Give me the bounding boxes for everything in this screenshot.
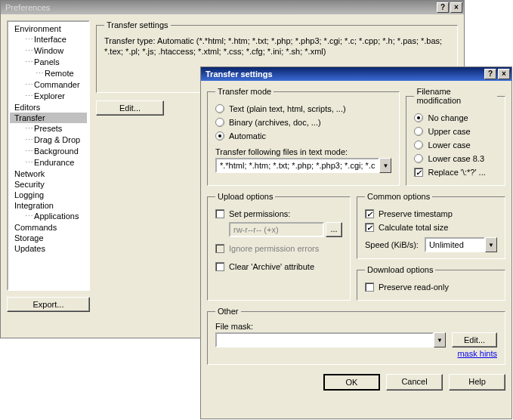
tree-background[interactable]: Background — [10, 146, 87, 157]
tree-presets[interactable]: Presets — [10, 123, 87, 134]
tree-updates[interactable]: Updates — [10, 243, 87, 254]
preferences-title: Preferences — [5, 3, 435, 12]
preferences-titlebar: Preferences ? × — [1, 1, 464, 14]
mode-automatic-radio[interactable]: Automatic — [215, 129, 391, 143]
dialog-titlebar: Transfer settings ? × — [201, 67, 511, 81]
cancel-button[interactable]: Cancel — [386, 374, 443, 391]
tree-commands[interactable]: Commands — [10, 222, 87, 233]
mask-hints-link[interactable]: mask hints — [457, 349, 497, 358]
export-button[interactable]: Export... — [7, 297, 90, 312]
transfer-mode-legend: Transfer mode — [215, 87, 273, 96]
mode-text-radio[interactable]: Text (plain text, html, scripts, ...) — [215, 102, 391, 116]
download-options-legend: Download options — [365, 265, 435, 274]
speed-input[interactable]: Unlimited — [425, 237, 485, 252]
tree-remote[interactable]: Remote — [10, 68, 87, 79]
transfer-type-text: Transfer type: Automatic (*.*html; *.htm… — [104, 36, 450, 57]
mask-label: File mask: — [215, 322, 497, 331]
filename-mod-group: Filename modification No change Upper ca… — [406, 87, 505, 186]
tree-explorer[interactable]: Explorer — [10, 91, 87, 102]
dialog-title: Transfer settings — [206, 69, 483, 79]
tree-dragdrop[interactable]: Drag & Drop — [10, 134, 87, 146]
chevron-down-icon[interactable]: ▼ — [379, 158, 391, 173]
help-icon[interactable]: ? — [484, 69, 496, 79]
tree-environment[interactable]: Environment — [10, 23, 87, 34]
filename-upper-radio[interactable]: Upper case — [414, 125, 497, 138]
follow-label: Transfer following files in text mode: — [215, 143, 391, 158]
tree-window[interactable]: Window — [10, 45, 87, 57]
speed-combo[interactable]: Unlimited ▼ — [425, 237, 497, 252]
tree-col: Environment Interface Window Panels Remo… — [7, 20, 90, 312]
right-col: Common options Preserve timestamp Calcul… — [357, 192, 505, 301]
upload-options-group: Upload options Set permissions: rw-r--r-… — [207, 192, 351, 301]
tree-storage[interactable]: Storage — [10, 233, 87, 243]
tree-network[interactable]: Network — [10, 168, 87, 179]
tree-editors[interactable]: Editors — [10, 102, 87, 113]
filename-mod-legend: Filename modification — [414, 87, 497, 105]
mask-input[interactable] — [215, 332, 434, 347]
tree-integration[interactable]: Integration — [10, 200, 87, 211]
permissions-input: rw-r--r-- (+x) — [229, 222, 324, 237]
follow-combo[interactable]: *.*html; *.htm; *.txt; *.php; *.php3; *.… — [215, 158, 391, 173]
calculate-size-check[interactable]: Calculate total size — [365, 221, 497, 234]
download-options-group: Download options Preserve read-only — [357, 265, 505, 301]
transfer-settings-legend: Transfer settings — [104, 20, 171, 29]
mask-edit-button[interactable]: Edit... — [452, 332, 497, 347]
filename-lower83-radio[interactable]: Lower case 8.3 — [414, 152, 497, 165]
set-permissions-check[interactable]: Set permissions: — [215, 207, 342, 221]
common-options-group: Common options Preserve timestamp Calcul… — [357, 192, 505, 259]
speed-label: Speed (KiB/s): — [365, 240, 419, 249]
transfer-mode-group: Transfer mode Text (plain text, html, sc… — [207, 87, 400, 186]
transfer-settings-dialog: Transfer settings ? × Transfer mode Text… — [200, 66, 512, 419]
chevron-down-icon[interactable]: ▼ — [485, 237, 497, 252]
close-icon[interactable]: × — [498, 69, 510, 79]
close-icon[interactable]: × — [450, 2, 462, 13]
nav-tree[interactable]: Environment Interface Window Panels Remo… — [7, 20, 90, 291]
chevron-down-icon[interactable]: ▼ — [434, 332, 446, 347]
common-options-legend: Common options — [365, 192, 432, 201]
filename-nochange-radio[interactable]: No change — [414, 111, 497, 125]
help-button[interactable]: Help — [449, 374, 505, 391]
edit-button[interactable]: Edit... — [96, 100, 164, 116]
permissions-button[interactable]: ... — [326, 222, 342, 237]
filename-replace-check[interactable]: Replace '\:*?' ... — [414, 165, 497, 179]
tree-applications[interactable]: Applications — [10, 211, 87, 222]
tree-commander[interactable]: Commander — [10, 79, 87, 91]
preserve-readonly-check[interactable]: Preserve read-only — [365, 280, 497, 294]
tree-security[interactable]: Security — [10, 179, 87, 190]
mask-combo[interactable]: ▼ — [215, 332, 446, 347]
ok-button[interactable]: OK — [323, 374, 380, 391]
help-icon[interactable]: ? — [437, 2, 449, 13]
other-group: Other File mask: ▼ Edit... mask hints — [207, 307, 505, 365]
dialog-body: Transfer mode Text (plain text, html, sc… — [201, 81, 511, 397]
tree-endurance[interactable]: Endurance — [10, 157, 87, 168]
filename-lower-radio[interactable]: Lower case — [414, 138, 497, 152]
tree-interface[interactable]: Interface — [10, 34, 87, 45]
ignore-errors-check[interactable]: Ignore permission errors — [215, 242, 342, 255]
mode-binary-radio[interactable]: Binary (archives, doc, ...) — [215, 116, 391, 129]
upload-options-legend: Upload options — [215, 192, 275, 201]
follow-input[interactable]: *.*html; *.htm; *.txt; *.php; *.php3; *.… — [215, 158, 379, 173]
tree-transfer[interactable]: Transfer — [10, 113, 87, 123]
clear-archive-check[interactable]: Clear 'Archive' attribute — [215, 260, 342, 273]
tree-panels[interactable]: Panels — [10, 57, 87, 68]
preserve-timestamp-check[interactable]: Preserve timestamp — [365, 207, 497, 221]
other-legend: Other — [215, 307, 241, 316]
tree-logging[interactable]: Logging — [10, 190, 87, 200]
